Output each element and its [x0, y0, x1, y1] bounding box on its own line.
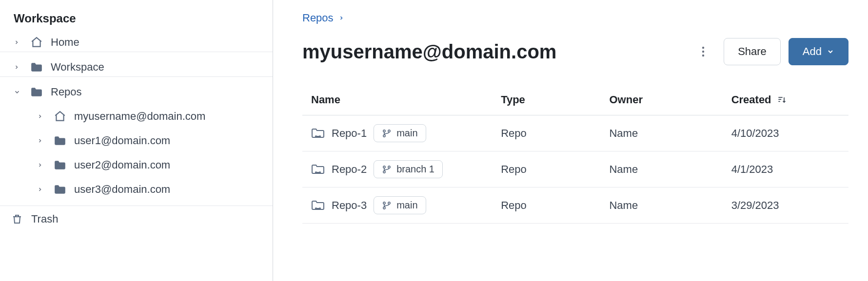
svg-point-10	[388, 130, 390, 131]
svg-point-6	[315, 135, 317, 137]
repo-name: Repo-1	[332, 127, 367, 140]
column-header-label: Created	[731, 94, 771, 106]
folder-icon	[53, 160, 67, 170]
home-icon	[29, 36, 44, 49]
chevron-right-icon	[338, 15, 344, 21]
svg-point-12	[319, 171, 321, 173]
breadcrumb-parent[interactable]: Repos	[302, 12, 334, 24]
title-row: myusername@domain.com Share Add	[302, 38, 848, 65]
owner-cell: Name	[609, 199, 731, 212]
sidebar-item-user[interactable]: user3@domain.com	[0, 177, 273, 202]
sidebar-item-label: Home	[51, 36, 79, 49]
svg-point-7	[319, 135, 321, 137]
folder-icon	[29, 62, 44, 73]
name-cell: Repo-1 main	[311, 124, 501, 142]
svg-point-9	[383, 134, 385, 136]
sidebar-item-trash[interactable]: Trash	[0, 206, 273, 232]
svg-point-11	[315, 171, 317, 173]
sidebar-item-label: user3@domain.com	[74, 183, 170, 196]
sidebar-item-label: Trash	[31, 213, 58, 225]
trash-icon	[10, 213, 24, 225]
branch-pill[interactable]: main	[374, 196, 426, 214]
more-menu-button[interactable]	[694, 43, 712, 60]
table-row[interactable]: Repo-1 main Repo Name 4/10/2023	[302, 115, 848, 151]
chevron-right-icon	[37, 113, 46, 119]
svg-point-1	[702, 51, 704, 53]
branch-pill[interactable]: main	[374, 124, 426, 142]
type-cell: Repo	[501, 127, 609, 140]
created-cell: 4/1/2023	[731, 163, 840, 176]
home-icon	[53, 110, 67, 123]
created-cell: 3/29/2023	[731, 199, 840, 212]
table-row[interactable]: Repo-2 branch 1 Repo Name 4/1/2023	[302, 151, 848, 187]
chevron-down-icon	[14, 89, 22, 95]
folder-icon	[53, 184, 67, 195]
sidebar-title: Workspace	[0, 12, 273, 30]
branch-name: branch 1	[396, 164, 434, 175]
repos-table: Name Type Owner Created Repo-1	[302, 85, 848, 224]
branch-icon	[382, 165, 392, 174]
sidebar-item-user[interactable]: myusername@domain.com	[0, 104, 273, 129]
main-content: Repos myusername@domain.com Share Add Na…	[273, 0, 868, 281]
column-header-created[interactable]: Created	[731, 94, 840, 106]
chevron-right-icon	[14, 39, 22, 45]
sidebar-item-label: Repos	[51, 86, 82, 98]
chevron-right-icon	[37, 187, 46, 192]
button-label: Add	[803, 45, 822, 58]
sidebar-item-label: Workspace	[51, 61, 104, 74]
sidebar-item-repos[interactable]: Repos	[0, 80, 273, 104]
sidebar-item-user[interactable]: user2@domain.com	[0, 153, 273, 177]
add-button[interactable]: Add	[789, 38, 848, 65]
table-header-row: Name Type Owner Created	[302, 85, 848, 115]
owner-cell: Name	[609, 127, 731, 140]
svg-point-2	[702, 55, 704, 56]
repo-icon	[311, 164, 325, 175]
repo-name: Repo-2	[332, 163, 367, 176]
sidebar-item-label: user1@domain.com	[74, 134, 170, 147]
repo-name: Repo-3	[332, 199, 367, 212]
sort-desc-icon	[776, 95, 787, 105]
created-cell: 4/10/2023	[731, 127, 840, 140]
chevron-right-icon	[37, 162, 46, 168]
sidebar-item-workspace[interactable]: Workspace	[0, 55, 273, 77]
svg-point-17	[319, 207, 321, 209]
svg-point-0	[702, 47, 704, 49]
svg-point-16	[315, 207, 317, 209]
column-header-owner[interactable]: Owner	[609, 94, 731, 106]
sidebar-item-user[interactable]: user1@domain.com	[0, 129, 273, 153]
chevron-down-icon	[827, 48, 834, 56]
column-header-name[interactable]: Name	[311, 94, 501, 106]
branch-name: main	[396, 128, 417, 139]
sidebar: Workspace Home Workspace Repos	[0, 0, 273, 281]
type-cell: Repo	[501, 199, 609, 212]
svg-point-13	[383, 166, 385, 168]
share-button[interactable]: Share	[724, 38, 781, 65]
svg-point-14	[383, 170, 385, 172]
repo-icon	[311, 200, 325, 211]
branch-pill[interactable]: branch 1	[374, 160, 443, 178]
svg-point-19	[383, 206, 385, 208]
button-label: Share	[738, 45, 767, 58]
folder-icon	[29, 87, 44, 97]
sidebar-item-label: myusername@domain.com	[74, 110, 205, 123]
svg-point-18	[383, 202, 385, 204]
branch-icon	[382, 129, 392, 138]
svg-point-20	[388, 202, 390, 204]
repo-icon	[311, 128, 325, 139]
chevron-right-icon	[37, 138, 46, 144]
name-cell: Repo-3 main	[311, 196, 501, 214]
type-cell: Repo	[501, 163, 609, 176]
branch-icon	[382, 201, 392, 210]
chevron-right-icon	[14, 64, 22, 70]
table-row[interactable]: Repo-3 main Repo Name 3/29/2023	[302, 187, 848, 224]
sidebar-item-label: user2@domain.com	[74, 159, 170, 171]
page-title: myusername@domain.com	[302, 41, 694, 63]
sidebar-item-home[interactable]: Home	[0, 30, 273, 52]
svg-point-8	[383, 130, 385, 131]
folder-icon	[53, 135, 67, 146]
name-cell: Repo-2 branch 1	[311, 160, 501, 178]
column-header-type[interactable]: Type	[501, 94, 609, 106]
branch-name: main	[396, 200, 417, 211]
breadcrumb: Repos	[302, 12, 848, 24]
svg-point-15	[388, 166, 390, 168]
